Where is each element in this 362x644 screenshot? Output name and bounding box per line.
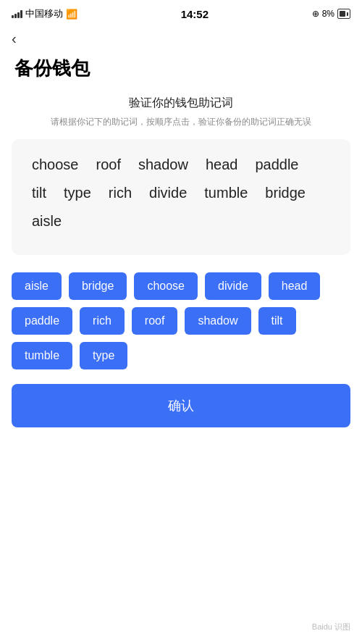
tag-word-button[interactable]: paddle [12,307,72,335]
display-word: rich [100,182,140,204]
tag-word-button[interactable]: tumble [12,342,72,369]
display-word: roof [88,154,130,176]
word-display-box: chooseroofshadowheadpaddletilttyperichdi… [12,139,350,255]
section-title: 验证你的钱包助记词 [0,96,362,111]
tag-word-button[interactable]: roof [132,307,178,335]
tag-word-button[interactable]: type [80,342,127,369]
alert-icon: ⊕ [312,9,319,19]
display-word: aisle [23,210,70,233]
display-word: bridge [256,182,314,204]
page-title: 备份钱包 [0,50,362,96]
time-label: 14:52 [181,8,209,20]
display-word: choose [23,154,88,176]
section-description: 请根据你记下的助记词，按顺序点击，验证你备份的助记词正确无误 [0,115,362,129]
battery-label: 8% [322,9,334,19]
status-bar: 中国移动 📶 14:52 ⊕ 8% [0,0,362,25]
tag-word-button[interactable]: divide [205,272,261,300]
display-word: shadow [130,154,197,176]
tags-area: aislebridgechoosedivideheadpaddlerichroo… [12,272,350,369]
watermark: Baidu 识图 [312,622,350,632]
wifi-icon: 📶 [66,9,77,20]
signal-icon [12,9,22,18]
tag-word-button[interactable]: bridge [69,272,127,300]
tag-word-button[interactable]: aisle [12,272,62,300]
back-button[interactable]: ‹ [0,25,28,50]
display-word: tilt [23,182,55,204]
status-right: ⊕ 8% [312,9,350,19]
confirm-button[interactable]: 确认 [12,384,350,427]
word-display-area: chooseroofshadowheadpaddletilttyperichdi… [23,154,339,233]
carrier-label: 中国移动 [25,7,63,20]
display-word: tumble [195,182,256,204]
display-word: paddle [246,154,307,176]
display-word: divide [140,182,195,204]
display-word: type [55,182,100,204]
tag-word-button[interactable]: choose [134,272,198,300]
tag-word-button[interactable]: tilt [258,307,296,335]
tag-word-button[interactable]: shadow [185,307,251,335]
battery-icon [337,9,350,19]
status-left: 中国移动 📶 [12,7,77,20]
tag-word-button[interactable]: rich [80,307,125,335]
display-word: head [197,154,247,176]
tag-word-button[interactable]: head [269,272,321,300]
